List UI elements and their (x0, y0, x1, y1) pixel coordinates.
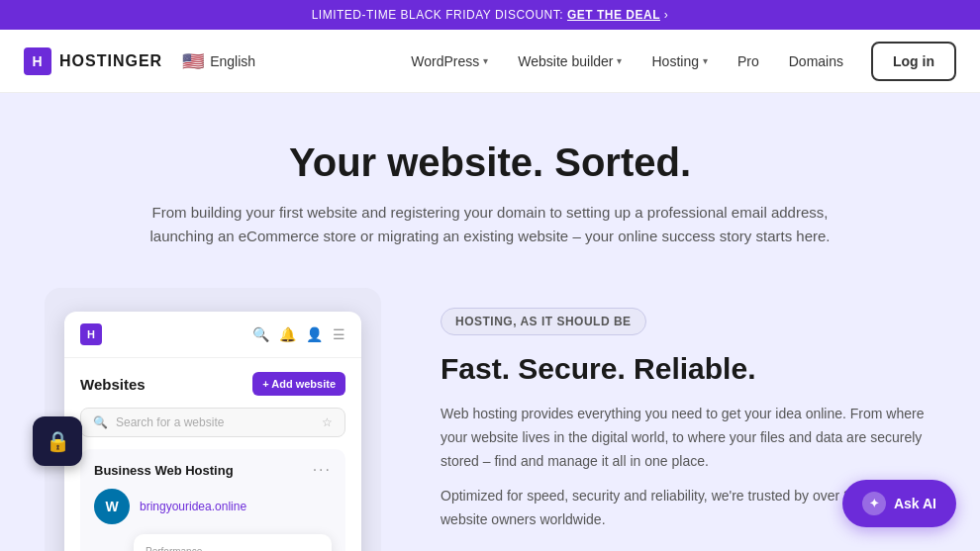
mockup-toolbar-icons: 🔍 🔔 👤 ☰ (252, 326, 345, 342)
performance-card: Performance score 92 (134, 534, 332, 551)
more-options-icon[interactable]: ··· (313, 461, 332, 479)
user-icon: 👤 (306, 326, 323, 342)
chevron-down-icon: ▾ (617, 55, 622, 66)
chevron-down-icon: ▾ (483, 55, 488, 66)
hosting-para1: Web hosting provides everything you need… (441, 403, 935, 473)
mockup-logo-icon: H (80, 323, 102, 345)
language-selector[interactable]: 🇺🇸 English (182, 50, 255, 72)
hosting-title: Fast. Secure. Reliable. (441, 351, 935, 387)
perf-label: Performance score (146, 546, 219, 551)
navbar: H HOSTINGER 🇺🇸 English WordPress ▾ Websi… (0, 30, 980, 93)
nav-domains[interactable]: Domains (777, 46, 855, 77)
hero-content: 🔒 H 🔍 🔔 👤 ☰ (45, 288, 935, 551)
star-icon: ☆ (322, 415, 333, 429)
hosting-badge: HOSTING, AS IT SHOULD BE (441, 308, 646, 335)
banner-text: LIMITED-TIME BLACK FRIDAY DISCOUNT: (312, 8, 567, 22)
mockup-inner: H 🔍 🔔 👤 ☰ Websites + Add website (64, 312, 361, 551)
ask-ai-button[interactable]: ✦ Ask AI (842, 480, 956, 527)
top-banner: LIMITED-TIME BLACK FRIDAY DISCOUNT: GET … (0, 0, 980, 30)
bwh-card: Business Web Hosting ··· W bringyouridea… (80, 449, 345, 551)
search-website-input[interactable]: 🔍 Search for a website ☆ (80, 408, 345, 437)
hero-section: Your website. Sorted. From building your… (0, 93, 980, 551)
site-info: bringyouridea.online (140, 500, 246, 513)
bell-icon: 🔔 (279, 326, 296, 342)
nav-hosting[interactable]: Hosting ▾ (639, 46, 719, 77)
language-label: English (210, 53, 255, 69)
logo-icon: H (24, 47, 51, 75)
logo-text: HOSTINGER (59, 52, 162, 70)
site-name: bringyouridea.online (140, 500, 246, 513)
nav-links: WordPress ▾ Website builder ▾ Hosting ▾ … (399, 46, 855, 77)
search-icon: 🔍 (93, 415, 108, 429)
site-item: W bringyouridea.online (94, 489, 332, 524)
mockup-websites-header: Websites + Add website (80, 372, 345, 396)
mockup-outer: H 🔍 🔔 👤 ☰ Websites + Add website (45, 288, 381, 551)
ask-ai-label: Ask AI (894, 496, 936, 511)
nav-website-builder[interactable]: Website builder ▾ (506, 46, 634, 77)
banner-chevron: › (664, 8, 669, 22)
menu-icon: ☰ (333, 326, 345, 342)
hero-title: Your website. Sorted. (40, 140, 940, 185)
add-website-button[interactable]: + Add website (252, 372, 345, 396)
mockup-websites-section: Websites + Add website 🔍 Search for a we… (64, 358, 361, 551)
wordpress-icon: W (94, 489, 130, 524)
chevron-down-icon: ▾ (703, 55, 708, 66)
search-icon: 🔍 (252, 326, 269, 342)
bwh-title: Business Web Hosting (94, 463, 234, 478)
dashboard-mockup: 🔒 H 🔍 🔔 👤 ☰ (45, 288, 381, 551)
flag-icon: 🇺🇸 (182, 50, 204, 72)
logo[interactable]: H HOSTINGER (24, 47, 162, 75)
bwh-card-header: Business Web Hosting ··· (94, 461, 332, 479)
lock-badge: 🔒 (33, 416, 82, 466)
search-placeholder: Search for a website (116, 415, 224, 429)
perf-left: Performance score 92 (146, 546, 219, 551)
ask-ai-icon: ✦ (862, 492, 886, 515)
nav-pro[interactable]: Pro (726, 46, 771, 77)
websites-label: Websites (80, 376, 146, 393)
banner-cta[interactable]: GET THE DEAL (567, 8, 660, 22)
nav-wordpress[interactable]: WordPress ▾ (399, 46, 500, 77)
hero-subtitle: From building your first website and reg… (144, 201, 836, 248)
login-button[interactable]: Log in (871, 42, 956, 81)
mockup-header: H 🔍 🔔 👤 ☰ (64, 312, 361, 358)
